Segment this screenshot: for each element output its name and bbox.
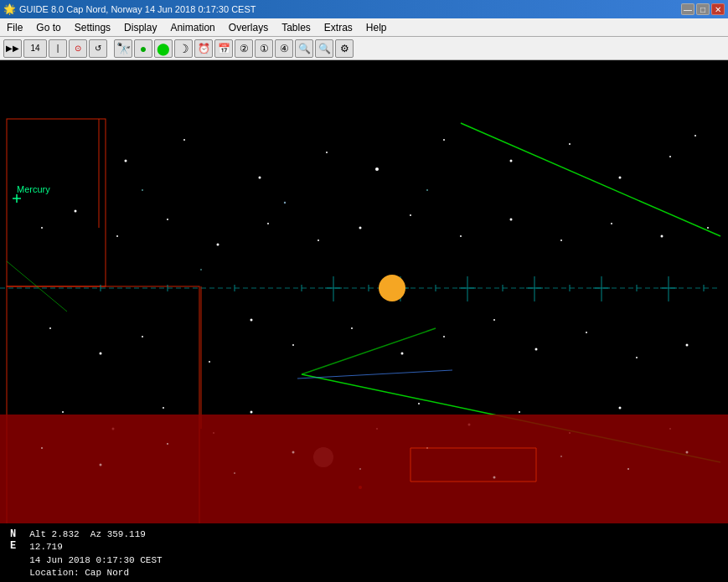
svg-point-48 — [694, 135, 696, 136]
svg-point-64 — [49, 327, 51, 329]
svg-point-58 — [460, 235, 462, 237]
sun-planet — [379, 275, 405, 301]
toolbar-step[interactable]: | — [49, 39, 67, 58]
toolbar-icon10[interactable]: 🔍 — [295, 39, 313, 58]
svg-point-82 — [250, 411, 253, 414]
toolbar-icon6[interactable]: 📅 — [214, 39, 233, 58]
toolbar-icon9[interactable]: ④ — [275, 39, 293, 58]
menu-display[interactable]: Display — [117, 18, 163, 36]
toolbar-icon3[interactable]: ⬤ — [154, 39, 173, 58]
toolbar-icon12[interactable]: ⚙ — [335, 39, 354, 58]
svg-point-52 — [167, 219, 168, 220]
svg-point-76 — [636, 357, 638, 358]
menu-help[interactable]: Help — [359, 18, 394, 36]
svg-point-80 — [163, 407, 164, 409]
svg-point-59 — [510, 219, 513, 221]
title-bar-text: GUIDE 8.0 Cap Nord, Norway 14 Jun 2018 0… — [19, 4, 256, 14]
svg-point-46 — [619, 177, 622, 179]
menu-bar: File Go to Settings Display Animation Ov… — [0, 18, 728, 37]
minimize-button[interactable]: — — [681, 3, 694, 15]
svg-point-44 — [510, 160, 513, 162]
svg-point-45 — [569, 143, 571, 145]
svg-point-84 — [418, 403, 420, 404]
menu-goto[interactable]: Go to — [29, 18, 67, 36]
svg-point-77 — [686, 344, 689, 347]
svg-rect-0 — [7, 119, 106, 286]
datetime-display: 14 Jun 2018 0:17:30 CEST — [29, 554, 162, 567]
toolbar-icon7[interactable]: ② — [235, 39, 253, 58]
menu-settings[interactable]: Settings — [68, 18, 117, 36]
svg-point-55 — [318, 239, 319, 241]
svg-point-42 — [375, 167, 379, 171]
svg-point-56 — [359, 227, 362, 229]
horizon-area — [0, 415, 728, 523]
svg-point-69 — [292, 344, 294, 346]
value-display: 12.719 — [29, 541, 162, 554]
svg-point-49 — [41, 227, 43, 229]
svg-point-40 — [259, 177, 261, 179]
svg-point-88 — [619, 407, 622, 409]
svg-point-60 — [560, 239, 562, 241]
status-bar: N E Alt 2.832 Az 359.119 12.719 14 Jun 2… — [0, 523, 728, 582]
menu-animation[interactable]: Animation — [163, 18, 221, 36]
svg-point-39 — [183, 139, 185, 141]
menu-overlays[interactable]: Overlays — [222, 18, 275, 36]
title-bar-controls: — □ ✕ — [681, 3, 725, 15]
toolbar-icon5[interactable]: ⏰ — [194, 39, 213, 58]
toolbar-icon1[interactable]: 🔭 — [114, 39, 132, 58]
svg-point-43 — [443, 139, 445, 141]
svg-point-72 — [443, 336, 445, 337]
svg-line-33 — [302, 328, 436, 374]
svg-line-31 — [461, 123, 720, 236]
svg-point-62 — [661, 235, 663, 238]
svg-point-47 — [669, 156, 671, 157]
toolbar: ▶▶ 14 | ⊙ ↺ 🔭 ● ⬤ ☽ ⏰ 📅 ② ① ④ 🔍 🔍 ⚙ — [0, 37, 728, 60]
svg-point-90 — [142, 189, 143, 191]
menu-file[interactable]: File — [0, 18, 29, 36]
toolbar-icon4[interactable]: ☽ — [174, 39, 193, 58]
svg-point-53 — [217, 244, 219, 246]
toolbar-icon8[interactable]: ① — [255, 39, 273, 58]
menu-extras[interactable]: Extras — [318, 18, 359, 36]
toolbar-icon11[interactable]: 🔍 — [315, 39, 333, 58]
svg-point-66 — [142, 336, 143, 337]
svg-point-50 — [75, 210, 77, 213]
svg-point-93 — [426, 189, 428, 191]
toolbar-14[interactable]: 14 — [23, 39, 47, 58]
svg-point-65 — [100, 353, 102, 355]
title-bar-left: 🌟 GUIDE 8.0 Cap Nord, Norway 14 Jun 2018… — [3, 3, 256, 15]
svg-point-41 — [326, 152, 328, 153]
svg-point-71 — [401, 353, 404, 355]
info-block: N E Alt 2.832 Az 359.119 12.719 14 Jun 2… — [7, 527, 191, 582]
compass-east: E — [10, 540, 16, 552]
svg-point-68 — [250, 319, 253, 322]
svg-point-61 — [611, 223, 612, 224]
svg-point-91 — [200, 269, 202, 270]
svg-point-74 — [535, 348, 538, 351]
mercury-label: Mercury — [17, 184, 50, 194]
svg-line-35 — [297, 370, 452, 379]
location-display: Location: Cap Nord — [29, 567, 162, 579]
svg-point-38 — [125, 160, 127, 162]
svg-point-51 — [116, 235, 118, 237]
svg-point-86 — [519, 411, 520, 413]
svg-point-63 — [707, 227, 709, 229]
svg-point-75 — [586, 332, 587, 333]
svg-point-54 — [267, 223, 269, 224]
toolbar-target[interactable]: ⊙ — [69, 39, 87, 58]
toolbar-fastforward[interactable]: ▶▶ — [3, 39, 22, 58]
compass-north: N — [10, 528, 16, 540]
toolbar-refresh[interactable]: ↺ — [89, 39, 107, 58]
app-icon: 🌟 — [3, 3, 16, 15]
svg-point-92 — [284, 202, 286, 203]
svg-line-34 — [7, 261, 67, 312]
maximize-button[interactable]: □ — [696, 3, 710, 15]
svg-point-70 — [351, 327, 353, 329]
toolbar-icon2[interactable]: ● — [134, 39, 152, 58]
close-button[interactable]: ✕ — [711, 3, 725, 15]
alt-az-display: Alt 2.832 Az 359.119 — [29, 528, 162, 541]
svg-point-67 — [209, 361, 210, 363]
star-map[interactable]: Mercury — [0, 60, 728, 523]
menu-tables[interactable]: Tables — [275, 18, 318, 36]
svg-point-78 — [62, 411, 64, 413]
